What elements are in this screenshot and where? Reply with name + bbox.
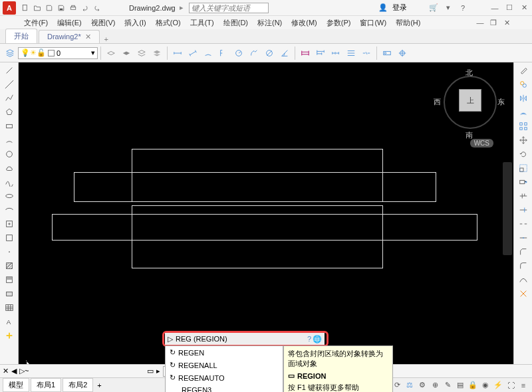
- trim-icon[interactable]: [516, 189, 531, 203]
- mtext-icon[interactable]: A: [2, 315, 17, 328]
- dim-ordinate-icon[interactable]: [216, 46, 231, 60]
- cleanscreen-icon[interactable]: ⛶: [505, 379, 517, 391]
- suggestion-item[interactable]: ↻REGEN: [166, 346, 283, 359]
- menu-edit[interactable]: 编辑(E): [53, 17, 86, 29]
- centermark-icon[interactable]: [395, 46, 410, 60]
- circle-icon[interactable]: [2, 147, 17, 161]
- dim-angular-icon[interactable]: [277, 46, 292, 60]
- layerlck-icon[interactable]: [150, 46, 164, 60]
- help-icon[interactable]: ?: [458, 3, 468, 13]
- hatch-icon[interactable]: [2, 259, 17, 272]
- hwaccel-icon[interactable]: ⚡: [492, 379, 504, 391]
- menu-modify[interactable]: 修改(M): [287, 17, 321, 29]
- layer-props-icon[interactable]: [3, 46, 17, 60]
- layeriso-icon[interactable]: [104, 46, 118, 60]
- dim-break-icon[interactable]: [359, 46, 374, 60]
- rotate-icon[interactable]: [516, 147, 531, 161]
- break-icon[interactable]: [516, 217, 531, 231]
- stretch-icon[interactable]: [516, 175, 531, 189]
- doc-close-icon[interactable]: ✕: [501, 17, 512, 28]
- cmd-menu-icon[interactable]: ◀: [11, 367, 17, 375]
- ellipse-icon[interactable]: [2, 189, 17, 203]
- mirror-icon[interactable]: [516, 92, 531, 105]
- tab-model[interactable]: 模型: [3, 378, 29, 392]
- cmd-globe-icon[interactable]: 🌐: [313, 335, 322, 343]
- print-icon[interactable]: [68, 3, 78, 13]
- suggestion-item[interactable]: ↻REGENAUTO: [166, 371, 283, 384]
- cmd-history-icon[interactable]: ✕: [3, 367, 9, 375]
- quickprops-icon[interactable]: ▤: [454, 379, 466, 391]
- arc-icon[interactable]: [2, 134, 17, 147]
- doc-minimize-icon[interactable]: —: [475, 17, 485, 28]
- ellipsearc-icon[interactable]: [2, 203, 17, 217]
- minimize-icon[interactable]: —: [489, 3, 500, 13]
- menu-param[interactable]: 参数(P): [323, 17, 355, 29]
- block-icon[interactable]: [2, 231, 17, 245]
- dim-diameter-icon[interactable]: [262, 46, 277, 60]
- new-icon[interactable]: [20, 3, 31, 13]
- polyline-icon[interactable]: [2, 92, 17, 105]
- menu-view[interactable]: 视图(V): [87, 17, 120, 29]
- suggestion-item[interactable]: REGEN3: [166, 384, 283, 392]
- menu-dimension[interactable]: 标注(N): [253, 17, 286, 29]
- layer-dropdown[interactable]: 💡 ☀ 🔓 0 ▾: [18, 47, 98, 59]
- signin-icon[interactable]: 👤: [378, 3, 388, 13]
- spline-icon[interactable]: [2, 175, 17, 189]
- menu-insert[interactable]: 插入(I): [120, 17, 150, 29]
- menu-window[interactable]: 窗口(W): [356, 17, 390, 29]
- dim-aligned-icon[interactable]: [186, 46, 200, 60]
- dim-radius-icon[interactable]: [231, 46, 246, 60]
- point-icon[interactable]: [2, 245, 17, 258]
- tab-layout1[interactable]: 布局1: [31, 378, 61, 392]
- close-icon[interactable]: ✕: [519, 3, 529, 13]
- rectangle-icon[interactable]: [2, 120, 17, 133]
- menu-help[interactable]: 帮助(H): [392, 17, 424, 29]
- saveas-icon[interactable]: [56, 3, 66, 13]
- gradient-icon[interactable]: [2, 273, 17, 286]
- tolerance-icon[interactable]: [380, 46, 394, 60]
- doc-restore-icon[interactable]: ❐: [488, 17, 499, 28]
- menu-format[interactable]: 格式(O): [152, 17, 185, 29]
- cmd-help-icon[interactable]: ?: [307, 335, 311, 343]
- viewcube-north[interactable]: 北: [466, 68, 473, 78]
- tab-layout2[interactable]: 布局2: [63, 378, 93, 392]
- tab-add-icon[interactable]: +: [101, 35, 112, 43]
- blend-icon[interactable]: [516, 273, 531, 286]
- open-icon[interactable]: [32, 3, 43, 13]
- chamfer-icon[interactable]: [516, 245, 531, 258]
- join-icon[interactable]: [516, 231, 531, 245]
- dim-continue-icon[interactable]: [329, 46, 343, 60]
- annomon-icon[interactable]: ⊕: [429, 379, 441, 391]
- layerfrz-icon[interactable]: [134, 46, 149, 60]
- addselect-icon[interactable]: [2, 329, 17, 342]
- tab-close-icon[interactable]: ✕: [85, 33, 91, 41]
- insert-icon[interactable]: [2, 217, 17, 231]
- table-icon[interactable]: [2, 301, 17, 314]
- dim-space-icon[interactable]: [344, 46, 358, 60]
- undo-icon[interactable]: [80, 3, 90, 13]
- viewcube-east[interactable]: 东: [497, 97, 505, 107]
- app-icon[interactable]: ▾: [443, 3, 454, 13]
- units-icon[interactable]: ✎: [442, 379, 454, 391]
- nav-bar[interactable]: [503, 162, 512, 255]
- tab-add-icon[interactable]: +: [94, 381, 104, 389]
- line-icon[interactable]: [2, 64, 17, 77]
- polygon-icon[interactable]: [2, 106, 17, 119]
- tab-start[interactable]: 开始: [5, 29, 37, 43]
- maximize-icon[interactable]: ☐: [504, 3, 515, 13]
- revcloud-icon[interactable]: [2, 161, 17, 175]
- copy-icon[interactable]: [516, 78, 531, 91]
- wcs-badge[interactable]: WCS: [470, 139, 493, 147]
- array-icon[interactable]: [516, 120, 531, 133]
- layeroff-icon[interactable]: [119, 46, 134, 60]
- login-label[interactable]: 登录: [392, 3, 407, 13]
- app-logo[interactable]: A: [3, 1, 16, 15]
- annoscale-icon[interactable]: ⚖: [404, 379, 416, 391]
- redo-icon[interactable]: [92, 3, 102, 13]
- drawing-canvas[interactable]: 上 北 南 西 东 WCS YX ▷ REG (REGION) ? 🌐 ↻REG…: [19, 62, 513, 377]
- menu-tools[interactable]: 工具(T): [186, 17, 218, 29]
- region-icon[interactable]: [2, 287, 17, 300]
- lockui-icon[interactable]: 🔒: [467, 379, 479, 391]
- dynamic-input[interactable]: ▷ REG (REGION) ? 🌐: [165, 333, 325, 345]
- fillet-icon[interactable]: [516, 259, 531, 272]
